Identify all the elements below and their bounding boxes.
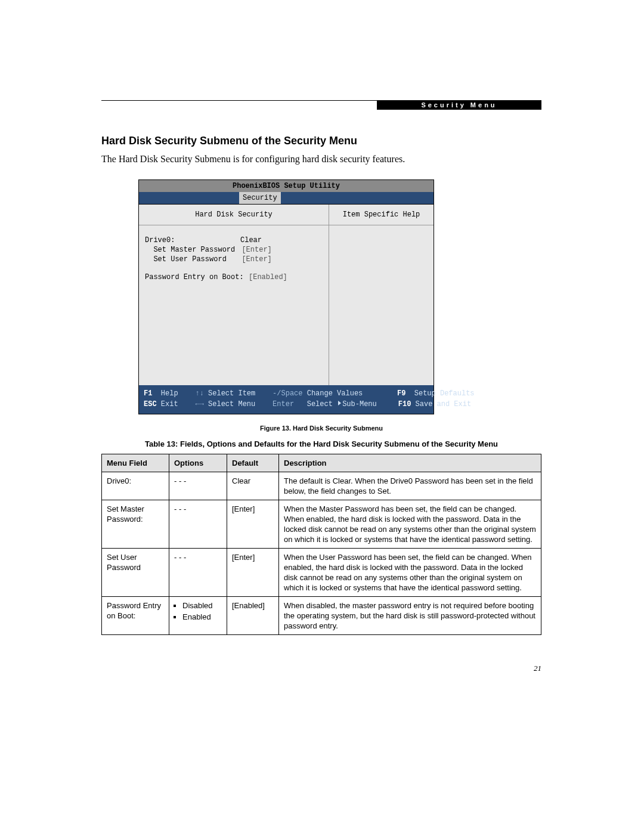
cell-df: [Enabled] xyxy=(227,597,279,635)
bios-left-header: Hard Disk Security xyxy=(139,205,329,225)
cell-op: - - - xyxy=(169,500,227,549)
cell-op: - - - xyxy=(169,472,227,500)
cell-de: When the Master Password has been set, t… xyxy=(279,500,541,549)
row-peb-label: Password Entry on Boot: xyxy=(145,273,249,281)
triangle-icon xyxy=(338,401,341,405)
intro-text: The Hard Disk Security Submenu is for co… xyxy=(101,152,541,166)
bios-left-pane: Hard Disk Security Drive0:Clear Set Mast… xyxy=(139,205,329,385)
row-user-label: Set User Password xyxy=(153,255,242,264)
cell-df: [Enter] xyxy=(227,500,279,549)
th-options: Options xyxy=(169,454,227,472)
bios-title: PhoenixBIOS Setup Utility xyxy=(139,180,434,192)
bios-tabs: Security xyxy=(139,192,434,204)
cell-mf: Password Entry on Boot: xyxy=(102,597,169,635)
row-drive0-value: Clear xyxy=(240,236,262,244)
section-heading: Hard Disk Security Submenu of the Securi… xyxy=(101,134,541,147)
row-user-value: [Enter] xyxy=(242,255,271,264)
bios-right-header: Item Specific Help xyxy=(329,205,434,225)
row-peb-value: [Enabled] xyxy=(249,273,287,281)
fields-table: Menu Field Options Default Description D… xyxy=(101,454,541,635)
table-row: Set User Password - - - [Enter] When the… xyxy=(102,549,541,597)
bios-footer: F1 Help ↑↓ Select Item -/Space Change Va… xyxy=(139,385,434,414)
bios-tab-security: Security xyxy=(239,192,281,204)
figure-caption: Figure 13. Hard Disk Security Submenu xyxy=(101,424,541,432)
table-row: Set Master Password: - - - [Enter] When … xyxy=(102,500,541,549)
page-content: Security Menu Hard Disk Security Submenu… xyxy=(101,100,541,635)
table-header-row: Menu Field Options Default Description xyxy=(102,454,541,472)
cell-df: Clear xyxy=(227,472,279,500)
th-default: Default xyxy=(227,454,279,472)
cell-mf: Set Master Password: xyxy=(102,500,169,549)
table-caption: Table 13: Fields, Options and Defaults f… xyxy=(101,439,541,449)
th-description: Description xyxy=(279,454,541,472)
page-number: 21 xyxy=(534,664,541,673)
row-drive0-label: Drive0: xyxy=(145,236,240,244)
cell-op: - - - xyxy=(169,549,227,597)
table-row: Drive0: - - - Clear The default is Clear… xyxy=(102,472,541,500)
bios-screenshot: PhoenixBIOS Setup Utility Security Hard … xyxy=(138,179,434,414)
cell-de: When the User Password has been set, the… xyxy=(279,549,541,597)
table-row: Password Entry on Boot: Disabled Enabled… xyxy=(102,597,541,635)
chapter-label: Security Menu xyxy=(377,100,541,110)
cell-mf: Drive0: xyxy=(102,472,169,500)
cell-de: The default is Clear. When the Drive0 Pa… xyxy=(279,472,541,500)
cell-de: When disabled, the master password entry… xyxy=(279,597,541,635)
cell-mf: Set User Password xyxy=(102,549,169,597)
list-item: Disabled xyxy=(182,600,222,611)
th-menu-field: Menu Field xyxy=(102,454,169,472)
cell-df: [Enter] xyxy=(227,549,279,597)
cell-op: Disabled Enabled xyxy=(169,597,227,635)
bios-right-pane: Item Specific Help xyxy=(329,205,434,385)
list-item: Enabled xyxy=(182,612,222,622)
row-master-label: Set Master Password xyxy=(153,246,242,254)
row-master-value: [Enter] xyxy=(242,246,271,254)
